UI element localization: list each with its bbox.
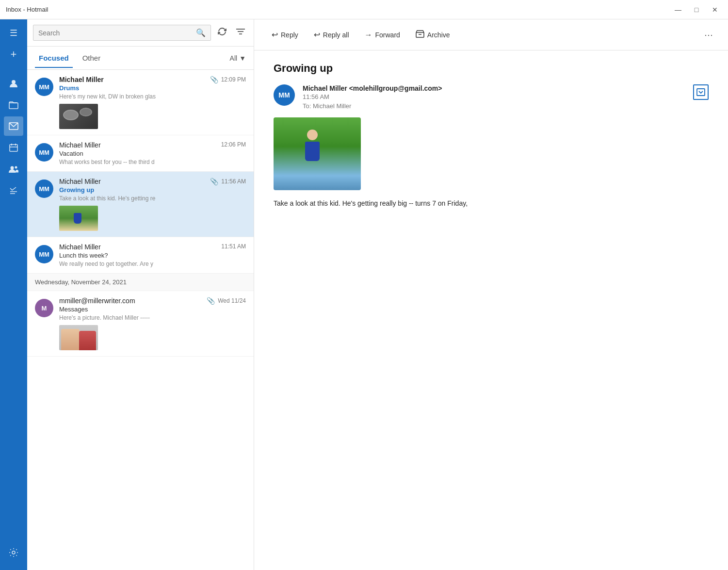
kid-image xyxy=(274,117,361,190)
sidebar-calendar-icon[interactable] xyxy=(4,138,23,157)
svg-rect-1 xyxy=(9,103,18,109)
email-content-lunch: Michael Miller 11:51 AM Lunch this week?… xyxy=(59,243,246,267)
sidebar: ☰ + xyxy=(0,19,27,570)
email-time-messages: Wed 11/24 xyxy=(218,297,246,304)
new-item-icon[interactable]: + xyxy=(4,45,23,64)
email-item-lunch[interactable]: MM Michael Miller 11:51 AM Lunch this we… xyxy=(27,237,254,274)
email-content-drums: Michael Miller 📎 12:09 PM Drums Here's m… xyxy=(59,76,246,129)
email-preview-lunch: We really need to get together. Are y xyxy=(59,261,246,267)
reading-time: 11:56 AM xyxy=(303,93,685,100)
email-body-thumbnail xyxy=(274,117,361,190)
svg-point-0 xyxy=(12,80,16,84)
avatar-mm-growing-up: MM xyxy=(35,179,53,198)
minimize-button[interactable]: — xyxy=(671,5,685,15)
email-preview-drums: Here's my new kit, DW in broken glas xyxy=(59,93,246,100)
avatar-m-messages: M xyxy=(35,299,53,317)
email-content-messages: mmiller@millerwriter.com 📎 Wed 11/24 Mes… xyxy=(59,297,246,350)
filter-icon[interactable] xyxy=(233,24,248,41)
email-item-vacation[interactable]: MM Michael Miller 12:06 PM Vacation What… xyxy=(27,135,254,172)
email-subject-vacation: Vacation xyxy=(59,150,246,157)
sidebar-folder-icon[interactable] xyxy=(4,95,23,114)
forward-button[interactable]: → Forward xyxy=(359,28,406,42)
archive-button[interactable]: Archive xyxy=(410,27,456,43)
attachment-icon-messages: 📎 xyxy=(207,297,215,305)
email-subject-growing-up: Growing up xyxy=(59,186,246,194)
tab-focused[interactable]: Focused xyxy=(35,48,73,68)
avatar-mm-lunch: MM xyxy=(35,245,53,263)
all-dropdown[interactable]: All ▼ xyxy=(230,54,246,62)
email-preview-growing-up: Take a look at this kid. He's getting re xyxy=(59,195,246,202)
sender-name-drums: Michael Miller xyxy=(59,76,104,83)
email-body-text: Take a look at this kid. He's getting re… xyxy=(274,198,709,209)
sender-name-vacation: Michael Miller xyxy=(59,141,101,149)
email-item-drums[interactable]: MM Michael Miller 📎 12:09 PM Drums Here'… xyxy=(27,70,254,135)
reading-avatar: MM xyxy=(274,84,295,106)
sidebar-mail-icon[interactable] xyxy=(4,116,23,136)
app-container: ☰ + 🔍 xyxy=(0,19,728,570)
email-meta: MM Michael Miller <molehillgroup@gmail.c… xyxy=(274,84,709,110)
sidebar-tasks-icon[interactable] xyxy=(4,180,23,200)
reply-button[interactable]: ↩ Reply xyxy=(266,27,304,42)
attachment-icon-growing-up: 📎 xyxy=(210,178,218,185)
svg-point-11 xyxy=(12,551,15,554)
svg-rect-17 xyxy=(697,89,705,96)
email-time-drums: 12:09 PM xyxy=(221,76,246,83)
search-icon[interactable]: 🔍 xyxy=(196,28,206,37)
sidebar-contacts-icon[interactable] xyxy=(4,159,23,179)
email-content-growing-up: Michael Miller 📎 11:56 AM Growing up Tak… xyxy=(59,178,246,231)
avatar-mm-vacation: MM xyxy=(35,143,53,162)
reading-content: Growing up MM Michael Miller <molehillgr… xyxy=(254,50,728,570)
email-content-vacation: Michael Miller 12:06 PM Vacation What wo… xyxy=(59,141,246,165)
sender-name-messages: mmiller@millerwriter.com xyxy=(59,297,135,305)
date-separator: Wednesday, November 24, 2021 xyxy=(27,274,254,291)
attachment-icon-drums: 📎 xyxy=(210,76,218,83)
email-thumbnail-drums xyxy=(59,104,98,129)
refresh-icon[interactable] xyxy=(215,24,229,41)
chevron-down-icon: ▼ xyxy=(239,54,246,62)
hamburger-menu-icon[interactable]: ☰ xyxy=(4,23,23,43)
search-input-wrapper[interactable]: 🔍 xyxy=(33,25,211,41)
titlebar-title: Inbox - Hotmail xyxy=(6,6,48,13)
svg-rect-15 xyxy=(416,33,424,37)
svg-rect-3 xyxy=(10,145,17,151)
close-button[interactable]: ✕ xyxy=(708,5,722,15)
email-subject-drums: Drums xyxy=(59,84,246,92)
maximize-button[interactable]: □ xyxy=(689,5,704,15)
reply-all-button[interactable]: ↩ Reply all xyxy=(308,27,355,42)
reply-all-icon: ↩ xyxy=(314,30,320,39)
archive-icon xyxy=(416,30,424,40)
tab-other[interactable]: Other xyxy=(79,48,105,68)
svg-point-8 xyxy=(15,166,17,169)
titlebar-controls: — □ ✕ xyxy=(671,5,722,15)
avatar-mm-drums: MM xyxy=(35,78,53,96)
email-subject-messages: Messages xyxy=(59,306,246,313)
email-thumbnail-growing-up xyxy=(59,206,98,231)
reading-from: Michael Miller <molehillgroup@gmail.com> xyxy=(303,84,685,92)
sender-name-lunch: Michael Miller xyxy=(59,243,101,251)
tabs-bar: Focused Other All ▼ xyxy=(27,47,254,70)
forward-icon: → xyxy=(365,31,372,39)
search-bar: 🔍 xyxy=(27,19,254,47)
sidebar-person-icon[interactable] xyxy=(4,74,23,93)
reading-to: To: Michael Miller xyxy=(303,102,685,110)
reading-pane: ↩ Reply ↩ Reply all → Forward Archive ⋯ … xyxy=(254,19,728,570)
expand-email-button[interactable] xyxy=(693,84,709,100)
reading-meta-info: Michael Miller <molehillgroup@gmail.com>… xyxy=(303,84,685,110)
email-list-panel: 🔍 Focused Other All ▼ MM xyxy=(27,19,254,570)
sender-name-growing-up: Michael Miller xyxy=(59,178,101,185)
email-preview-messages: Here's a picture. Michael Miller ----- xyxy=(59,314,246,321)
reading-toolbar: ↩ Reply ↩ Reply all → Forward Archive ⋯ xyxy=(254,19,728,50)
settings-icon[interactable] xyxy=(4,543,23,562)
reply-icon: ↩ xyxy=(272,30,278,39)
svg-point-7 xyxy=(11,166,14,170)
email-time-vacation: 12:06 PM xyxy=(221,141,246,148)
email-list: MM Michael Miller 📎 12:09 PM Drums Here'… xyxy=(27,70,254,570)
email-item-messages[interactable]: M mmiller@millerwriter.com 📎 Wed 11/24 M… xyxy=(27,291,254,357)
email-item-growing-up[interactable]: MM Michael Miller 📎 11:56 AM Growing up … xyxy=(27,172,254,237)
more-actions-button[interactable]: ⋯ xyxy=(701,27,716,43)
email-thumbnail-messages xyxy=(59,325,98,350)
email-body-image xyxy=(274,117,709,190)
search-input[interactable] xyxy=(38,29,192,37)
reading-subject: Growing up xyxy=(274,62,709,75)
titlebar: Inbox - Hotmail — □ ✕ xyxy=(0,0,728,19)
